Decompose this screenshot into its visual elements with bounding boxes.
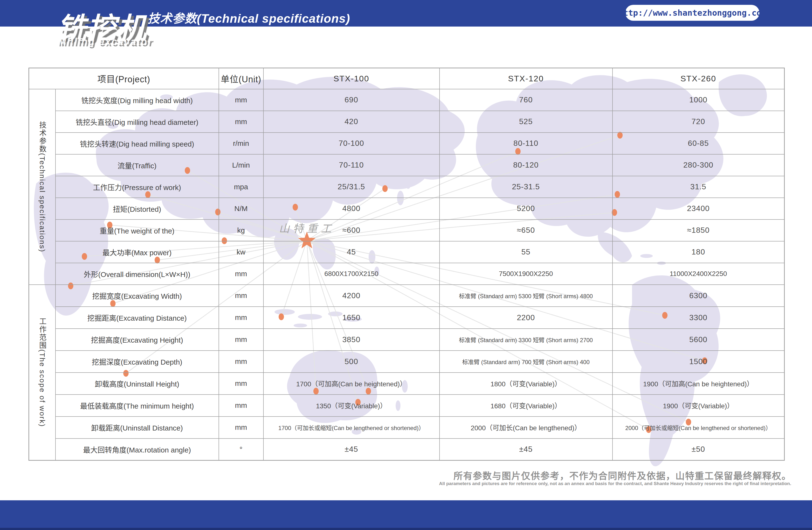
value-cell-stx-260: 180 — [612, 241, 784, 263]
value-cell-stx-260: 720 — [612, 111, 784, 132]
column-header-model-stx-260: STX-260 — [612, 68, 784, 89]
value-cell-stx-260: 1500 — [612, 351, 784, 373]
table-row: 重量(The weight of the)kg≈600≈650≈1850 — [29, 220, 784, 241]
value-cell-stx-120: 80-110 — [439, 132, 612, 154]
row-label: 挖掘距离(Excavating Distance) — [56, 307, 219, 329]
row-label: 扭矩(Distorted) — [56, 198, 219, 220]
value-cell-stx-260: 2000（可加长或缩短(Can be lengthened or shorten… — [612, 417, 784, 438]
group-label-1: 技术参数(Technical specifications) — [29, 89, 56, 285]
unit-cell: ° — [219, 438, 263, 460]
row-label: 铣挖头直径(Dig milling head diameter) — [56, 111, 219, 132]
value-cell-stx-100: 1700（可加长或缩短(Can be lengthened or shorten… — [263, 417, 439, 438]
spec-table: 项目(Project)单位(Unit)STX-100STX-120STX-260… — [28, 68, 785, 461]
row-label: 重量(The weight of the) — [56, 220, 219, 241]
unit-cell: mm — [219, 89, 263, 111]
page-title: 技术参数(Technical specifications) — [148, 9, 350, 26]
disclaimer-english: All parameters and pictures are for refe… — [439, 481, 791, 486]
value-cell-stx-260: 11000X2400X2250 — [612, 263, 784, 285]
value-cell-stx-120: 1680（可变(Variable)） — [439, 394, 612, 417]
value-cell-stx-120: 2000（可加长(Can be lengthened)） — [439, 417, 612, 438]
value-cell-stx-100: 25/31.5 — [263, 176, 439, 198]
unit-cell: mm — [219, 111, 263, 132]
column-header-project: 项目(Project) — [29, 68, 219, 89]
unit-cell: mm — [219, 285, 263, 307]
row-label: 流量(Traffic) — [56, 154, 219, 176]
website-url[interactable]: Http://www.shantezhonggong.com — [625, 5, 759, 21]
value-cell-stx-120: 525 — [439, 111, 612, 132]
table-row: 最大回转角度(Max.rotation angle)°±45±45±50 — [29, 438, 784, 460]
group-label-2: 工作范围(The scope of work) — [29, 285, 56, 460]
table-row: 外形(Overall dimension(L×W×H))mm6800X1700X… — [29, 263, 784, 285]
value-cell-stx-260: 6300 — [612, 285, 784, 307]
logo-english: Milling excavator — [58, 36, 153, 47]
row-label: 卸载高度(Uninstall Height) — [56, 373, 219, 394]
value-cell-stx-260: 1900（可加高(Can be heightened)） — [612, 373, 784, 394]
unit-cell: N/M — [219, 198, 263, 220]
table-row: 卸载高度(Uninstall Height)mm1700（可加高(Can be … — [29, 373, 784, 394]
row-label: 卸载距离(Uninstall Distance) — [56, 417, 219, 438]
value-cell-stx-100: 500 — [263, 351, 439, 373]
table-row: 流量(Traffic)L/min70-11080-120280-300 — [29, 154, 784, 176]
value-cell-stx-120: 25-31.5 — [439, 176, 612, 198]
unit-cell: mm — [219, 373, 263, 394]
table-row: 卸载距离(Uninstall Distance)mm1700（可加长或缩短(Ca… — [29, 417, 784, 438]
value-cell-stx-260: 23400 — [612, 198, 784, 220]
value-cell-stx-260: ±50 — [612, 438, 784, 460]
disclaimer-chinese: 所有参数与图片仅供参考，不作为合同附件及依据，山特重工保留最终解释权。 — [453, 469, 791, 482]
value-cell-stx-120: 5200 — [439, 198, 612, 220]
footer-edge-line — [0, 528, 812, 530]
row-label: 铣挖头转速(Dig head milling speed) — [56, 132, 219, 154]
row-label: 挖掘深度(Excavating Depth) — [56, 351, 219, 373]
unit-cell: kg — [219, 220, 263, 241]
table-row: 工作范围(The scope of work)挖掘宽度(Excavating W… — [29, 285, 784, 307]
value-cell-stx-260: 1900（可变(Variable)） — [612, 394, 784, 417]
value-cell-stx-260: 1000 — [612, 89, 784, 111]
unit-cell: r/min — [219, 132, 263, 154]
value-cell-stx-120: 2200 — [439, 307, 612, 329]
value-cell-stx-100: 70-110 — [263, 154, 439, 176]
value-cell-stx-120: 55 — [439, 241, 612, 263]
table-row: 扭矩(Distorted)N/M4800520023400 — [29, 198, 784, 220]
value-cell-stx-100: 6800X1700X2150 — [263, 263, 439, 285]
table-row: 挖掘距离(Excavating Distance)mm165022003300 — [29, 307, 784, 329]
value-cell-stx-260: 280-300 — [612, 154, 784, 176]
row-label: 挖掘高度(Excavating Height) — [56, 329, 219, 351]
value-cell-stx-120: 标准臂 (Standard arm) 700 短臂 (Short arms) 4… — [439, 351, 612, 373]
unit-cell: mm — [219, 329, 263, 351]
value-cell-stx-120: 1800（可变(Variable)） — [439, 373, 612, 394]
value-cell-stx-100: ±45 — [263, 438, 439, 460]
table-row: 技术参数(Technical specifications)铣挖头宽度(Dig … — [29, 89, 784, 111]
value-cell-stx-120: 7500X1900X2250 — [439, 263, 612, 285]
column-header-unit: 单位(Unit) — [219, 68, 263, 89]
value-cell-stx-100: 3850 — [263, 329, 439, 351]
value-cell-stx-100: 4200 — [263, 285, 439, 307]
unit-cell: L/min — [219, 154, 263, 176]
value-cell-stx-100: 45 — [263, 241, 439, 263]
table-row: 铣挖头直径(Dig milling head diameter)mm420525… — [29, 111, 784, 132]
row-label: 挖掘宽度(Excavating Width) — [56, 285, 219, 307]
value-cell-stx-260: 60-85 — [612, 132, 784, 154]
value-cell-stx-260: 5600 — [612, 329, 784, 351]
table-row: 最大功率(Max power)kw4555180 — [29, 241, 784, 263]
value-cell-stx-260: ≈1850 — [612, 220, 784, 241]
value-cell-stx-100: ≈600 — [263, 220, 439, 241]
unit-cell: mm — [219, 263, 263, 285]
value-cell-stx-260: 3300 — [612, 307, 784, 329]
unit-cell: mm — [219, 307, 263, 329]
value-cell-stx-100: 420 — [263, 111, 439, 132]
value-cell-stx-120: 760 — [439, 89, 612, 111]
unit-cell: mpa — [219, 176, 263, 198]
value-cell-stx-120: 80-120 — [439, 154, 612, 176]
value-cell-stx-100: 4800 — [263, 198, 439, 220]
row-label: 最大回转角度(Max.rotation angle) — [56, 438, 219, 460]
value-cell-stx-120: ≈650 — [439, 220, 612, 241]
column-header-model-stx-100: STX-100 — [263, 68, 439, 89]
table-row: 挖掘深度(Excavating Depth)mm500标准臂 (Standard… — [29, 351, 784, 373]
value-cell-stx-100: 1700（可加高(Can be heightened)） — [263, 373, 439, 394]
table-row: 铣挖头转速(Dig head milling speed)r/min70-100… — [29, 132, 784, 154]
value-cell-stx-260: 31.5 — [612, 176, 784, 198]
footer-bar — [0, 500, 812, 530]
table-row: 挖掘高度(Excavating Height)mm3850标准臂 (Standa… — [29, 329, 784, 351]
value-cell-stx-100: 1350（可变(Variable)） — [263, 394, 439, 417]
unit-cell: mm — [219, 417, 263, 438]
